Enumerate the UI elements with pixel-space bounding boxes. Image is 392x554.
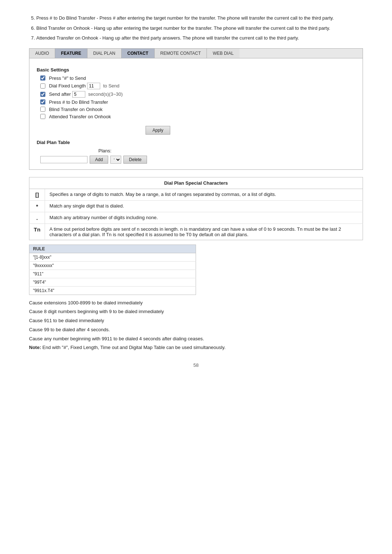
tab-feature[interactable]: FEATURE xyxy=(55,49,87,58)
checkbox-attended-transfer-onhook[interactable] xyxy=(40,114,45,119)
delete-button[interactable]: Delete xyxy=(123,156,147,164)
label-press-hash-blind: Press # to Do Blind Transfer xyxy=(49,99,108,105)
special-char-dot: . Match any arbitrary number of digits i… xyxy=(29,212,363,223)
checkbox-press-hash-blind[interactable] xyxy=(40,99,45,104)
rule-table: RULE "[1-8]xxx" "9xxxxxxx" "911" "99T4" … xyxy=(29,245,196,295)
checkbox-blind-transfer-onhook[interactable] xyxy=(40,107,45,112)
add-button[interactable]: Add xyxy=(90,156,108,164)
rule-cell-2: "9xxxxxxx" xyxy=(29,261,196,270)
checkbox-send-after[interactable] xyxy=(40,92,45,97)
dial-plan-input[interactable] xyxy=(40,156,87,163)
tab-remote-contact[interactable]: REMOTE CONTACT xyxy=(155,49,207,58)
rule-cell-1: "[1-8]xxx" xyxy=(29,253,196,261)
rule-row-5: "9911x.T4" xyxy=(29,286,196,295)
option-press-hash: Press "#" to Send xyxy=(37,75,355,81)
rule-row-2: "9xxxxxxx" xyxy=(29,261,196,270)
desc-dot: Match any arbitrary number of digits inc… xyxy=(45,212,363,223)
dial-fixed-suffix: to Send xyxy=(103,83,119,89)
apply-row: Apply xyxy=(37,123,355,135)
note-text: End with "#", Fixed Length, Time out and… xyxy=(42,345,225,350)
label-send-after: Send after xyxy=(49,91,71,97)
explanation-3: Cause 911 to be dialed immediately xyxy=(29,317,363,325)
special-chars-title: Dial Plan Special Characters xyxy=(29,177,363,189)
tab-bar: AUDIO FEATURE DIAL PLAN CONTACT REMOTE C… xyxy=(29,48,363,58)
option-send-after: Send after second(s)(3~30) xyxy=(37,91,355,98)
explanation-note: Note: End with "#", Fixed Length, Time o… xyxy=(29,344,363,352)
tab-web-dial[interactable]: WEB DIAL xyxy=(207,49,239,58)
instructions-list: Press # to Do Blind Transfer - Press # a… xyxy=(36,15,363,42)
main-panel: Basic Settings Press "#" to Send Dial Fi… xyxy=(29,58,363,170)
rule-header: RULE xyxy=(29,245,196,253)
explanation-4: Cause 99 to be dialed after 4 seconds. xyxy=(29,326,363,334)
symbol-tn: Tn xyxy=(29,223,45,240)
send-after-suffix: second(s)(3~30) xyxy=(88,91,123,97)
instruction-item-5: Press # to Do Blind Transfer - Press # a… xyxy=(36,15,363,22)
option-dial-fixed: Dial Fixed Length to Send xyxy=(37,83,355,89)
plans-label: Plans: xyxy=(98,148,111,153)
label-blind-transfer-onhook: Blind Transfer on Onhook xyxy=(49,107,102,112)
note-bold: Note: xyxy=(29,345,41,350)
symbol-brackets: [] xyxy=(29,189,45,200)
checkbox-dial-fixed[interactable] xyxy=(40,83,45,89)
explanation-5: Cause any number beginning with 9911 to … xyxy=(29,335,363,343)
instruction-item-7: Attended Transfer on Onhook - Hang up af… xyxy=(36,34,363,42)
rule-row-4: "99T4" xyxy=(29,278,196,286)
basic-settings-title: Basic Settings xyxy=(37,67,355,73)
tab-dial-plan[interactable]: DIAL PLAN xyxy=(87,49,122,58)
rule-row-1: "[1-8]xxx" xyxy=(29,253,196,261)
dial-plan-table-section: Dial Plan Table Plans: Add ▼ Delete xyxy=(37,140,355,164)
desc-asterisk: Match any single digit that is dialed. xyxy=(45,200,363,212)
dial-plan-action-row: Add ▼ Delete xyxy=(37,156,355,164)
content-area: Press # to Do Blind Transfer - Press # a… xyxy=(29,15,363,368)
explanation-2: Cause 8 digit numbers beginning with 9 t… xyxy=(29,308,363,316)
label-press-hash: Press "#" to Send xyxy=(49,75,86,81)
rule-cell-3: "911" xyxy=(29,270,196,278)
rule-cell-5: "9911x.T4" xyxy=(29,286,196,295)
special-char-brackets: [] Specifies a range of digits to match.… xyxy=(29,189,363,200)
option-press-hash-blind: Press # to Do Blind Transfer xyxy=(37,99,355,105)
tab-contact[interactable]: CONTACT xyxy=(122,49,155,58)
tab-audio[interactable]: AUDIO xyxy=(29,49,55,58)
desc-tn: A time out period before digits are sent… xyxy=(45,223,363,240)
special-chars-table: Dial Plan Special Characters [] Specifie… xyxy=(29,177,363,240)
plans-dropdown[interactable]: ▼ xyxy=(110,156,121,164)
send-after-input[interactable] xyxy=(72,91,85,98)
dial-fixed-input[interactable] xyxy=(87,83,100,89)
option-attended-transfer-onhook: Attended Transfer on Onhook xyxy=(37,114,355,119)
special-char-tn: Tn A time out period before digits are s… xyxy=(29,223,363,240)
dial-plan-plans-row: Plans: xyxy=(37,148,355,153)
apply-button[interactable]: Apply xyxy=(146,126,170,135)
checkbox-press-hash[interactable] xyxy=(40,75,45,81)
instruction-item-6: Blind Transfer on Onhook - Hang up after… xyxy=(36,25,363,32)
desc-brackets: Specifies a range of digits to match. Ma… xyxy=(45,189,363,200)
rule-cell-4: "99T4" xyxy=(29,278,196,286)
option-blind-transfer-onhook: Blind Transfer on Onhook xyxy=(37,107,355,112)
page-number: 58 xyxy=(29,362,363,368)
explanation-1: Cause extensions 1000-8999 to be dialed … xyxy=(29,299,363,307)
label-attended-transfer-onhook: Attended Transfer on Onhook xyxy=(49,114,111,119)
symbol-asterisk: * xyxy=(29,200,45,212)
rule-row-3: "911" xyxy=(29,270,196,278)
special-char-asterisk: * Match any single digit that is dialed. xyxy=(29,200,363,212)
symbol-dot: . xyxy=(29,212,45,223)
label-dial-fixed: Dial Fixed Length xyxy=(49,83,86,89)
dial-plan-table-title: Dial Plan Table xyxy=(37,140,355,145)
